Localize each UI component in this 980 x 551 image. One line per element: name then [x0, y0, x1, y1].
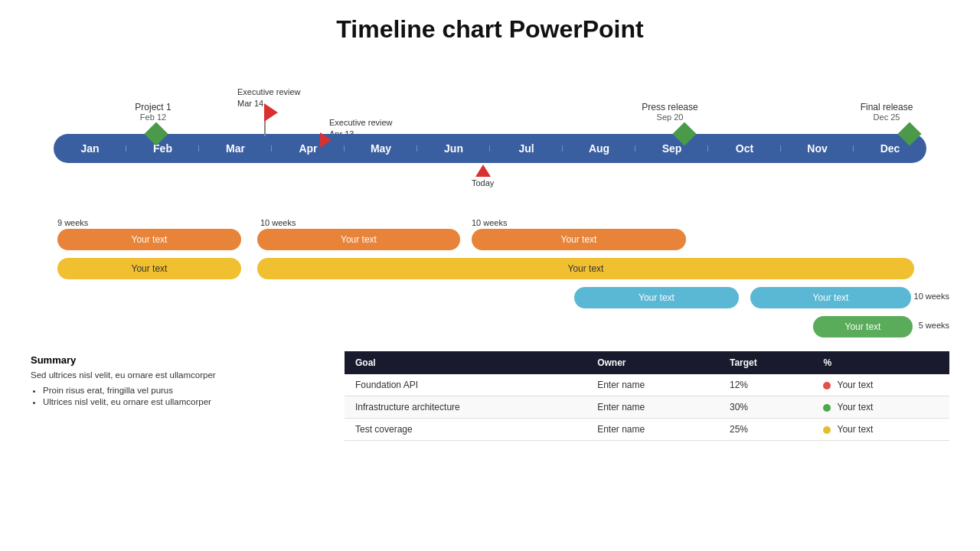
month-apr: Apr [272, 142, 345, 155]
row2-owner: Enter name [586, 396, 719, 419]
milestone2-annotation: Press release Sep 20 [642, 102, 697, 122]
row3-pct: Your text [812, 419, 949, 441]
timeline-area: Executive review Mar 14 Executive review… [31, 57, 949, 226]
today-triangle [475, 165, 491, 177]
col-owner: Owner [586, 351, 719, 374]
flag1-triangle [264, 103, 278, 122]
summary-bullets: Proin risus erat, fringilla vel purus Ul… [31, 386, 322, 406]
row2-pct-text: Your text [838, 402, 874, 412]
weeks-side-2: 5 weeks [919, 321, 949, 330]
month-sep: Sep [635, 142, 708, 155]
table-row: Foundation API Enter name 12% Your text [345, 374, 949, 396]
summary-text: Sed ultrices nisl velit, eu ornare est u… [31, 370, 322, 380]
month-feb: Feb [126, 142, 199, 155]
month-jul: Jul [490, 142, 563, 155]
yellow-bar-2: Your text [257, 258, 914, 279]
yellow-bar-1: Your text [57, 258, 241, 279]
row3-target: 25% [719, 419, 812, 441]
table-row: Infrastructure architecture Enter name 3… [345, 396, 949, 419]
weeks-label-2: 10 weeks [260, 218, 296, 227]
month-dec: Dec [854, 142, 926, 155]
milestone1-annotation: Project 1 Feb 12 [135, 102, 171, 122]
month-jan: Jan [54, 142, 126, 155]
weeks-side-1: 10 weeks [914, 292, 949, 301]
milestone3-label: Final release [861, 102, 913, 112]
row1-dot [823, 382, 831, 390]
tasks-area: 9 weeks 10 weeks 10 weeks Your text Your… [31, 218, 949, 341]
table-row: Test coverage Enter name 25% Your text [345, 419, 949, 441]
row1-pct: Your text [812, 374, 949, 396]
summary-bullet-1: Proin risus erat, fringilla vel purus [43, 386, 322, 395]
blue-bar-1: Your text [574, 287, 739, 308]
bottom-section: Summary Sed ultrices nisl velit, eu orna… [31, 351, 949, 441]
summary-bullet-2: Ultrices nisl velit, eu ornare est ullam… [43, 397, 322, 406]
page: Timeline chart PowerPoint Executive revi… [0, 0, 980, 551]
month-oct: Oct [708, 142, 781, 155]
row3-owner: Enter name [586, 419, 719, 441]
weeks-label-3: 10 weeks [472, 218, 507, 227]
month-mar: Mar [199, 142, 272, 155]
timeline-bar: Jan Feb Mar Apr May Jun Jul Aug Sep Oct … [54, 134, 926, 163]
today-label: Today [472, 178, 494, 187]
summary-box: Summary Sed ultrices nisl velit, eu orna… [31, 351, 322, 441]
row3-goal: Test coverage [345, 419, 586, 441]
milestone1-label: Project 1 [135, 102, 171, 112]
month-may: May [345, 142, 417, 155]
row3-pct-text: Your text [838, 424, 874, 435]
today-marker: Today [472, 165, 494, 187]
col-goal: Goal [345, 351, 586, 374]
milestone2-label: Press release [642, 102, 697, 112]
row2-target: 30% [719, 396, 812, 419]
orange-bar-2: Your text [257, 229, 460, 250]
row2-dot [823, 404, 831, 412]
blue-bar-2: Your text [750, 287, 911, 308]
milestone3-date: Dec 25 [861, 112, 913, 122]
milestone3-annotation: Final release Dec 25 [861, 102, 913, 122]
summary-title: Summary [31, 354, 322, 366]
milestone2-date: Sep 20 [642, 112, 697, 122]
flag2-triangle [320, 132, 332, 148]
row2-pct: Your text [812, 396, 949, 419]
flag2-label: Executive review [329, 118, 393, 127]
milestone1-date: Feb 12 [135, 112, 171, 122]
flag1-date: Mar 14 [237, 99, 263, 108]
weeks-label-1: 9 weeks [57, 218, 88, 227]
green-bar-1: Your text [813, 316, 913, 337]
month-aug: Aug [563, 142, 635, 155]
row3-dot [823, 426, 831, 434]
row1-pct-text: Your text [838, 380, 874, 390]
orange-bar-3: Your text [472, 229, 686, 250]
month-nov: Nov [781, 142, 854, 155]
row1-owner: Enter name [586, 374, 719, 396]
page-title: Timeline chart PowerPoint [31, 15, 949, 44]
col-target: Target [719, 351, 812, 374]
table-header-row: Goal Owner Target % [345, 351, 949, 374]
row1-target: 12% [719, 374, 812, 396]
month-jun: Jun [417, 142, 490, 155]
table-container: Goal Owner Target % Foundation API Enter… [345, 351, 949, 441]
row2-goal: Infrastructure architecture [345, 396, 586, 419]
data-table: Goal Owner Target % Foundation API Enter… [345, 351, 949, 441]
flag1-label: Executive review [237, 87, 301, 96]
row1-goal: Foundation API [345, 374, 586, 396]
orange-bar-1: Your text [57, 229, 241, 250]
col-pct: % [812, 351, 949, 374]
